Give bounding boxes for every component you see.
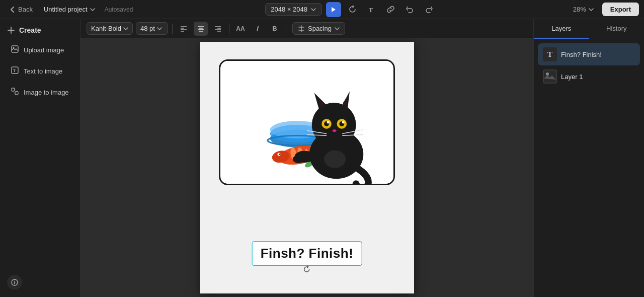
upload-icon — [11, 45, 19, 54]
text-to-image-button[interactable]: T Text to image — [4, 61, 76, 81]
text-tool-button[interactable]: T — [364, 2, 379, 17]
uppercase-button[interactable]: AA — [233, 22, 248, 36]
svg-point-37 — [312, 103, 356, 147]
link-icon — [387, 6, 394, 13]
tab-layers[interactable]: Layers — [534, 19, 589, 39]
canvas-size-label: 2048 × 2048 — [271, 6, 307, 13]
main-area: Kanit-Bold 48 pt — [80, 19, 533, 297]
back-button[interactable]: Back — [5, 4, 37, 15]
canvas-document[interactable]: Finsh? Finish! — [200, 42, 414, 293]
rotate-handle[interactable] — [303, 265, 311, 275]
back-label: Back — [18, 6, 33, 13]
text-image-icon: T — [11, 66, 19, 74]
spacing-label: Spacing — [308, 25, 332, 32]
svg-point-46 — [327, 121, 330, 124]
uppercase-icon: AA — [236, 25, 245, 32]
rotate-icon[interactable] — [303, 265, 311, 273]
create-header: Create — [0, 19, 80, 39]
layer-text-name: Finsh? Finish! — [561, 51, 602, 58]
tab-history[interactable]: History — [589, 19, 645, 39]
redo-button[interactable] — [422, 2, 437, 17]
font-size-select[interactable]: 48 pt — [136, 22, 168, 35]
layer-image-name: Layer 1 — [561, 73, 583, 81]
bold-button[interactable]: B — [268, 22, 282, 36]
text-box[interactable]: Finsh? Finish! — [252, 241, 362, 266]
text-layer[interactable]: Finsh? Finish! — [252, 241, 362, 266]
canvas-text: Finsh? Finish! — [261, 246, 354, 261]
info-button[interactable] — [7, 275, 22, 290]
align-center-button[interactable] — [194, 22, 208, 36]
separator — [286, 24, 286, 34]
font-family-label: Kanit-Bold — [91, 25, 121, 32]
text-to-image-label: Text to image — [24, 67, 62, 75]
illustration-box — [219, 59, 395, 185]
separator — [172, 24, 173, 34]
right-panel: Layers History T Finsh? Finish! — [533, 19, 644, 297]
font-size-label: 48 pt — [140, 25, 155, 32]
chevron-down-icon — [335, 26, 340, 31]
layers-list: T Finsh? Finish! Layer 1 — [534, 39, 644, 92]
cat-scene-svg — [220, 61, 393, 184]
chevron-down-icon — [588, 7, 594, 13]
svg-point-55 — [324, 151, 346, 168]
upload-image-button[interactable]: Upload image — [4, 40, 76, 59]
layer-text-thumbnail: T — [543, 47, 557, 61]
canvas-size-button[interactable]: 2048 × 2048 — [265, 3, 322, 16]
toolbar-row: Kanit-Bold 48 pt — [80, 19, 533, 38]
italic-button[interactable]: I — [251, 22, 265, 36]
align-left-icon — [180, 25, 187, 32]
chevron-down-icon — [123, 26, 128, 31]
image-to-image-button[interactable]: Image to image — [4, 83, 76, 102]
bottom-info — [0, 268, 80, 297]
layer-item-image[interactable]: Layer 1 — [538, 65, 640, 88]
svg-point-33 — [279, 154, 280, 155]
image-to-image-label: Image to image — [24, 89, 69, 96]
svg-point-47 — [342, 121, 345, 124]
undo-button[interactable] — [403, 2, 418, 17]
svg-rect-7 — [15, 92, 18, 95]
chevron-down-icon — [310, 7, 316, 13]
zoom-button[interactable]: 28% — [569, 4, 598, 15]
img-to-img-icon — [11, 88, 19, 95]
layer-image-icon — [543, 69, 557, 84]
text-to-image-icon: T — [11, 66, 19, 76]
refresh-tool-button[interactable] — [345, 2, 360, 17]
canvas-container[interactable]: Finsh? Finish! — [80, 38, 533, 297]
svg-rect-6 — [12, 88, 15, 91]
svg-text:T: T — [13, 68, 16, 73]
undo-icon — [406, 6, 414, 13]
chevron-down-icon — [157, 26, 162, 31]
upload-image-icon — [11, 45, 19, 53]
upload-image-label: Upload image — [24, 46, 64, 54]
content-row: Create Upload image T Text to image — [0, 19, 644, 297]
create-label: Create — [19, 26, 41, 34]
svg-text:T: T — [369, 7, 373, 13]
align-right-icon — [214, 25, 221, 32]
font-family-select[interactable]: Kanit-Bold — [87, 22, 133, 35]
svg-rect-57 — [544, 70, 556, 83]
align-right-button[interactable] — [211, 22, 225, 36]
svg-marker-0 — [332, 7, 336, 12]
create-icon — [7, 26, 15, 34]
layer-image-thumbnail — [543, 69, 557, 84]
spacing-icon — [298, 25, 305, 32]
spacing-button[interactable]: Spacing — [292, 22, 345, 35]
refresh-icon — [349, 6, 356, 13]
play-tool-button[interactable] — [326, 2, 341, 17]
info-icon — [11, 279, 18, 286]
left-panel: Create Upload image T Text to image — [0, 19, 80, 297]
right-tabs: Layers History — [534, 19, 644, 39]
align-left-button[interactable] — [177, 22, 191, 36]
text-icon: T — [368, 6, 375, 13]
link-tool-button[interactable] — [383, 2, 398, 17]
top-bar: Back Untitled project Autosaved 2048 × 2… — [0, 0, 644, 19]
svg-point-48 — [333, 129, 337, 132]
separator — [229, 24, 229, 34]
align-center-icon — [197, 25, 204, 32]
project-name-button[interactable]: Untitled project — [41, 4, 99, 15]
layer-item-text[interactable]: T Finsh? Finish! — [538, 43, 640, 65]
image-to-image-icon — [11, 88, 19, 97]
export-button[interactable]: Export — [602, 3, 639, 16]
zoom-label: 28% — [573, 6, 586, 13]
svg-point-54 — [293, 155, 304, 163]
